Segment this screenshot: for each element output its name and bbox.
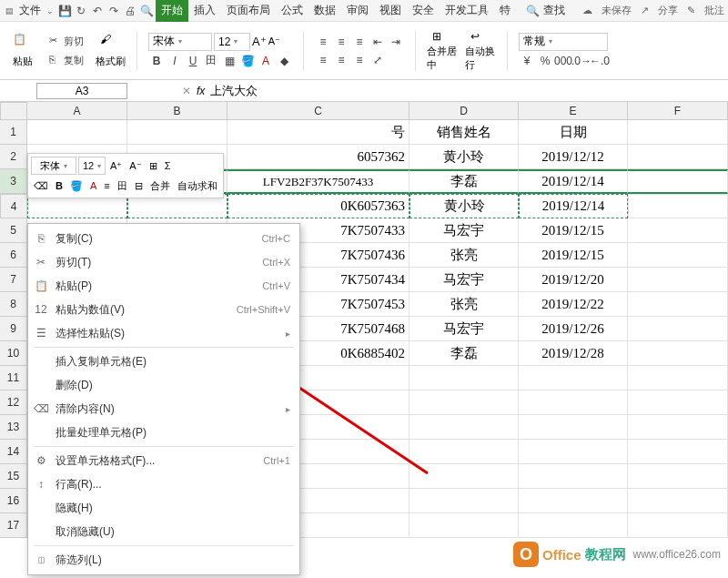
mini-autosum-label[interactable]: 自动求和 (175, 177, 220, 195)
app-menu-icon[interactable]: ▤ (5, 6, 14, 15)
cell[interactable] (628, 120, 728, 145)
cell[interactable]: 张亮 (410, 292, 519, 317)
share-label[interactable]: 分享 (658, 4, 678, 17)
underline-button[interactable]: U (185, 53, 201, 69)
row-header[interactable]: 5 (0, 218, 27, 243)
ctx-rowheight[interactable]: ↕行高(R)... (28, 472, 299, 496)
row-header[interactable]: 12 (0, 390, 27, 415)
row-header[interactable]: 8 (0, 292, 27, 317)
highlight-button[interactable]: ◆ (276, 53, 292, 69)
decrease-font-icon[interactable]: A⁻ (268, 35, 280, 47)
dec-dec-icon[interactable]: ←.0 (592, 53, 608, 69)
ctx-format[interactable]: ⚙设置单元格格式(F)...Ctrl+1 (28, 449, 299, 472)
ctx-paste[interactable]: 📋粘贴(P)Ctrl+V (28, 274, 299, 298)
cell[interactable]: 马宏宇 (410, 268, 519, 292)
align-bot-icon[interactable]: ≡ (351, 34, 368, 50)
search-icon[interactable]: 🔍 (525, 4, 540, 18)
annotate-icon[interactable]: ✎ (687, 5, 695, 16)
cell[interactable]: 销售姓名 (410, 120, 519, 145)
tab-review[interactable]: 审阅 (341, 0, 374, 22)
ctx-unhide[interactable]: 取消隐藏(U) (28, 520, 299, 543)
cell[interactable]: 黄小玲 (410, 194, 519, 218)
ctx-cut[interactable]: ✂剪切(T)Ctrl+X (28, 250, 299, 274)
fx-cancel-icon[interactable]: ✕ (182, 85, 191, 97)
cell[interactable]: 2019/12/26 (519, 317, 628, 341)
mini-merge-icon[interactable]: ⊞ (147, 157, 160, 175)
cell[interactable]: 2019/12/22 (519, 292, 628, 317)
mini-merge-label[interactable]: 合并 (147, 177, 173, 195)
mini-fontcolor-icon[interactable]: A (87, 177, 99, 195)
mini-fill-icon[interactable]: 🪣 (67, 177, 86, 195)
mini-fmt-icon[interactable]: ⊟ (132, 177, 146, 195)
tab-layout[interactable]: 页面布局 (221, 0, 276, 22)
cell[interactable]: 2019/12/20 (519, 268, 628, 292)
indent-dec-icon[interactable]: ⇤ (369, 34, 386, 50)
cell[interactable]: 2019/12/12 (519, 145, 628, 169)
fontcolor-button[interactable]: A (258, 53, 274, 69)
ctx-insertcopy[interactable]: 插入复制单元格(E) (28, 350, 299, 373)
tab-insert[interactable]: 插入 (188, 0, 221, 22)
share-icon[interactable]: ↗ (641, 5, 649, 16)
annotate-label[interactable]: 批注 (704, 4, 724, 17)
cell[interactable]: 张亮 (410, 243, 519, 268)
col-header[interactable]: B (127, 102, 228, 120)
cell[interactable]: 0K6057363 (228, 194, 410, 218)
row-header[interactable]: 7 (0, 268, 27, 292)
mini-font[interactable]: 宋体 (31, 157, 76, 175)
font-select[interactable]: 宋体 (148, 33, 212, 51)
tab-security[interactable]: 安全 (407, 0, 440, 22)
percent-icon[interactable]: % (537, 53, 553, 69)
fx-icon[interactable]: fx (197, 85, 205, 97)
bold-button[interactable]: B (148, 53, 165, 69)
refresh-icon[interactable]: ↻ (74, 4, 88, 18)
cell[interactable]: 6057362 (228, 145, 410, 169)
col-header[interactable]: E (519, 102, 628, 120)
align-mid-icon[interactable]: ≡ (333, 34, 349, 50)
mini-decfont-icon[interactable]: A⁻ (126, 157, 144, 175)
dec-inc-icon[interactable]: .0→ (573, 53, 590, 69)
format-painter-button[interactable]: 🖌 格式刷 (95, 31, 126, 71)
cell[interactable] (628, 317, 728, 341)
cell[interactable] (27, 120, 127, 145)
print-icon[interactable]: 🖨 (123, 4, 137, 18)
cell[interactable] (628, 292, 728, 317)
cut-button[interactable]: ✂剪切 (46, 33, 87, 50)
col-header[interactable]: C (228, 102, 410, 120)
ctx-pasteval[interactable]: 12粘贴为数值(V)Ctrl+Shift+V (28, 298, 299, 321)
orient-icon[interactable]: ⤢ (369, 52, 386, 68)
align-left-icon[interactable]: ≡ (315, 52, 331, 68)
comma-icon[interactable]: 000 (555, 53, 571, 69)
cell[interactable]: 2019/12/15 (519, 218, 628, 243)
border-button[interactable]: ▦ (221, 53, 238, 69)
mini-bold-icon[interactable]: B (53, 177, 66, 195)
indent-inc-icon[interactable]: ⇥ (388, 34, 404, 50)
cell[interactable] (628, 243, 728, 268)
row-header[interactable]: 13 (0, 415, 27, 440)
tab-home[interactable]: 开始 (156, 0, 188, 22)
cell[interactable]: 马宏宇 (410, 317, 519, 341)
strike-button[interactable]: 田 (203, 53, 219, 69)
mini-border-icon[interactable]: 田 (115, 177, 130, 195)
row-header[interactable]: 11 (0, 366, 27, 390)
file-menu[interactable]: 文件 (17, 3, 43, 18)
tab-formula[interactable]: 公式 (276, 0, 308, 22)
cell[interactable]: LFV2B2F37K7507433 (228, 169, 410, 194)
redo-icon[interactable]: ↷ (106, 4, 121, 18)
row-header[interactable]: 3 (0, 169, 27, 194)
row-header[interactable]: 15 (0, 464, 27, 489)
cell[interactable]: 2019/12/14 (519, 194, 628, 218)
cell[interactable]: 马宏宇 (410, 218, 519, 243)
col-header[interactable]: A (27, 102, 127, 120)
cloud-icon[interactable]: ☁ (582, 5, 592, 16)
mini-incfont-icon[interactable]: A⁺ (107, 157, 125, 175)
align-top-icon[interactable]: ≡ (315, 34, 331, 50)
mini-clear-icon[interactable]: ⌫ (31, 177, 51, 195)
ctx-hide[interactable]: 隐藏(H) (28, 496, 299, 520)
col-header[interactable]: F (628, 102, 728, 120)
search-label[interactable]: 查找 (541, 3, 567, 18)
formula-input[interactable] (210, 84, 483, 97)
row-header[interactable]: 4 (0, 194, 27, 218)
ctx-pastespec[interactable]: ☰选择性粘贴(S)▸ (28, 321, 299, 345)
ctx-clear[interactable]: ⌫清除内容(N)▸ (28, 397, 299, 421)
row-header[interactable]: 14 (0, 440, 27, 464)
